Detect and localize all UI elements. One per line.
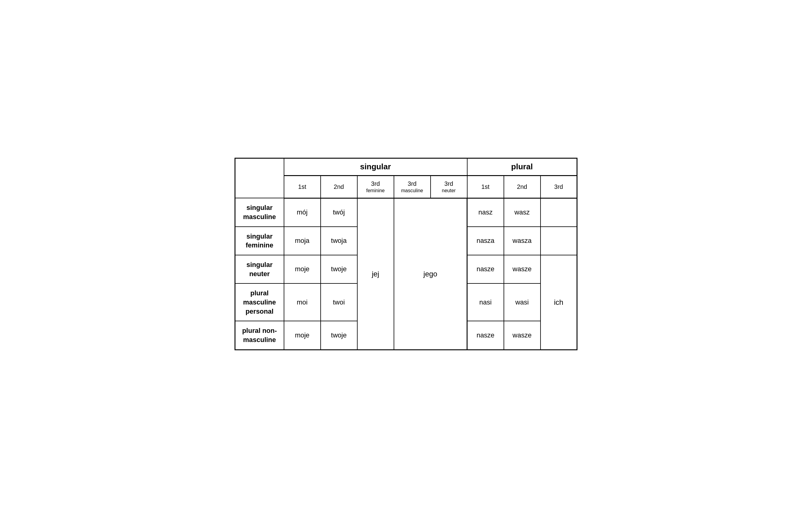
row-header-pl-masc: pluralmasculinepersonal — [235, 284, 284, 321]
cell-jej: jej — [357, 198, 394, 350]
col-1st-singular: 1st — [284, 175, 321, 198]
col-2nd-plural: 2nd — [504, 175, 541, 198]
cell-wasze-sn: wasze — [504, 255, 541, 284]
row-header-sing-fem: singularfeminine — [235, 227, 284, 255]
cell-empty-sm — [541, 198, 577, 226]
col-3rd-neut: 3rd neuter — [431, 175, 467, 198]
cell-moja: moja — [284, 227, 321, 255]
cell-wasi: wasi — [504, 284, 541, 321]
cell-nasza: nasza — [467, 227, 504, 255]
col-2nd-singular: 2nd — [321, 175, 357, 198]
cell-wasze-pnm: wasze — [504, 321, 541, 350]
cell-nasze-sn: nasze — [467, 255, 504, 284]
cell-wasza: wasza — [504, 227, 541, 255]
top-header-row: singular plural — [235, 158, 577, 176]
cell-ich: ich — [541, 255, 577, 350]
table-wrapper: singular plural 1st 2nd 3rd feminine 3rd… — [228, 152, 584, 356]
cell-jego: jego — [394, 198, 467, 350]
cell-nasi: nasi — [467, 284, 504, 321]
plural-header: plural — [467, 158, 577, 176]
row-header-sing-masc: singularmasculine — [235, 198, 284, 226]
cell-moje-pnm: moje — [284, 321, 321, 350]
cell-moje-sn: moje — [284, 255, 321, 284]
cell-nasze-pnm: nasze — [467, 321, 504, 350]
singular-header: singular — [284, 158, 467, 176]
empty-header — [235, 158, 284, 198]
col-3rd-fem: 3rd feminine — [357, 175, 394, 198]
row-header-sing-neut: singularneuter — [235, 255, 284, 284]
cell-twoje-sn: twoje — [321, 255, 357, 284]
cell-twoje-pnm: twoje — [321, 321, 357, 350]
cell-twoj: twój — [321, 198, 357, 226]
row-header-pl-nonmasc: plural non-masculine — [235, 321, 284, 350]
cell-nasz-sm: nasz — [467, 198, 504, 226]
pronoun-table: singular plural 1st 2nd 3rd feminine 3rd… — [235, 158, 577, 350]
cell-moj: mój — [284, 198, 321, 226]
cell-twoja: twoja — [321, 227, 357, 255]
cell-twoi: twoi — [321, 284, 357, 321]
col-3rd-plural: 3rd — [541, 175, 577, 198]
col-3rd-masc: 3rd masculine — [394, 175, 431, 198]
col-1st-plural: 1st — [467, 175, 504, 198]
cell-wasz-sm: wasz — [504, 198, 541, 226]
cell-moi: moi — [284, 284, 321, 321]
person-gender-row: 1st 2nd 3rd feminine 3rd masculine 3rd n… — [235, 175, 577, 198]
cell-empty-sf — [541, 227, 577, 255]
row-singular-masculine: singularmasculine mój twój jej jego nasz… — [235, 198, 577, 226]
